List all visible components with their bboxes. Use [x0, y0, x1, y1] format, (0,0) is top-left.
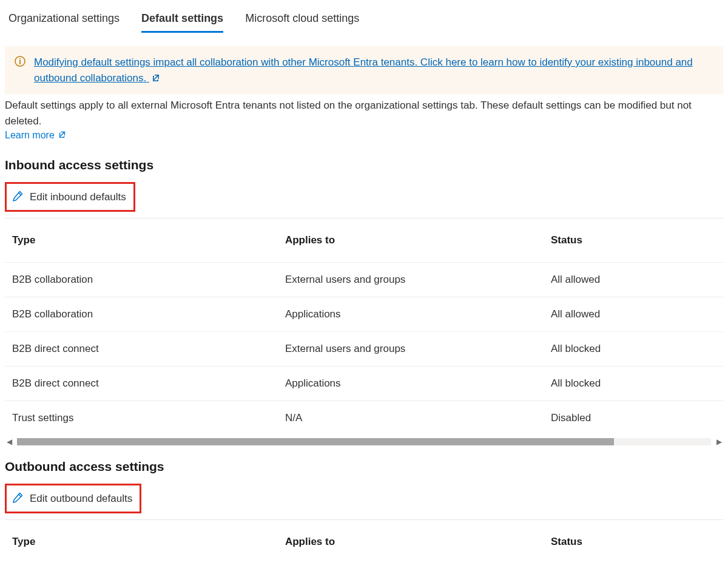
- tabs-bar: Organizational settings Default settings…: [5, 7, 723, 33]
- tab-default-settings[interactable]: Default settings: [141, 12, 223, 33]
- cell-type: B2B collaboration: [5, 263, 278, 297]
- learn-more-label: Learn more: [5, 130, 55, 141]
- col-status[interactable]: Status: [544, 520, 723, 564]
- cell-applies: N/A: [278, 401, 544, 436]
- info-banner-text: Modifying default settings impact all co…: [34, 56, 693, 84]
- svg-rect-2: [19, 60, 21, 64]
- cell-applies: External users and groups: [278, 263, 544, 297]
- cell-status: All blocked: [544, 332, 723, 367]
- outbound-heading: Outbound access settings: [5, 459, 723, 474]
- tab-microsoft-cloud-settings[interactable]: Microsoft cloud settings: [245, 12, 359, 33]
- scroll-left-icon[interactable]: ◀: [5, 438, 13, 446]
- scrollbar-track[interactable]: [17, 438, 711, 445]
- cell-type: B2B direct connect: [5, 367, 278, 401]
- description-text: Default settings apply to all external M…: [5, 98, 723, 129]
- col-status[interactable]: Status: [544, 218, 723, 263]
- edit-inbound-label: Edit inbound defaults: [30, 191, 126, 203]
- cell-status: Disabled: [544, 401, 723, 436]
- edit-outbound-defaults-button[interactable]: Edit outbound defaults: [5, 484, 141, 513]
- cell-applies: Applications: [278, 297, 544, 332]
- external-link-icon: [149, 72, 160, 84]
- scrollbar-thumb[interactable]: [17, 438, 614, 445]
- horizontal-scrollbar[interactable]: ◀ ▶: [5, 438, 723, 446]
- cell-status: All allowed: [544, 263, 723, 297]
- outbound-table: Type Applies to Status: [5, 519, 723, 564]
- col-type[interactable]: Type: [5, 218, 278, 263]
- svg-rect-1: [19, 58, 21, 59]
- col-type[interactable]: Type: [5, 520, 278, 564]
- cell-type: B2B direct connect: [5, 332, 278, 367]
- table-row[interactable]: Trust settings N/A Disabled: [5, 401, 723, 436]
- edit-inbound-defaults-button[interactable]: Edit inbound defaults: [5, 182, 135, 212]
- info-banner-link[interactable]: Modifying default settings impact all co…: [34, 55, 713, 86]
- col-applies[interactable]: Applies to: [278, 520, 544, 564]
- edit-icon: [12, 492, 24, 505]
- info-banner: Modifying default settings impact all co…: [5, 46, 723, 94]
- cell-applies: Applications: [278, 367, 544, 401]
- tab-organizational-settings[interactable]: Organizational settings: [8, 12, 120, 33]
- learn-more-link[interactable]: Learn more: [5, 130, 66, 141]
- inbound-table: Type Applies to Status B2B collaboration…: [5, 218, 723, 435]
- info-icon: [15, 56, 25, 69]
- external-link-icon: [58, 130, 66, 141]
- cell-type: B2B collaboration: [5, 297, 278, 332]
- cell-status: All blocked: [544, 367, 723, 401]
- table-row[interactable]: B2B collaboration External users and gro…: [5, 263, 723, 297]
- table-row[interactable]: B2B direct connect External users and gr…: [5, 332, 723, 367]
- table-row[interactable]: B2B direct connect Applications All bloc…: [5, 367, 723, 401]
- table-row[interactable]: B2B collaboration Applications All allow…: [5, 297, 723, 332]
- inbound-heading: Inbound access settings: [5, 158, 723, 172]
- cell-status: All allowed: [544, 297, 723, 332]
- scroll-right-icon[interactable]: ▶: [715, 438, 723, 446]
- edit-icon: [12, 190, 24, 204]
- col-applies[interactable]: Applies to: [278, 218, 544, 263]
- cell-applies: External users and groups: [278, 332, 544, 367]
- cell-type: Trust settings: [5, 401, 278, 436]
- edit-outbound-label: Edit outbound defaults: [30, 493, 132, 505]
